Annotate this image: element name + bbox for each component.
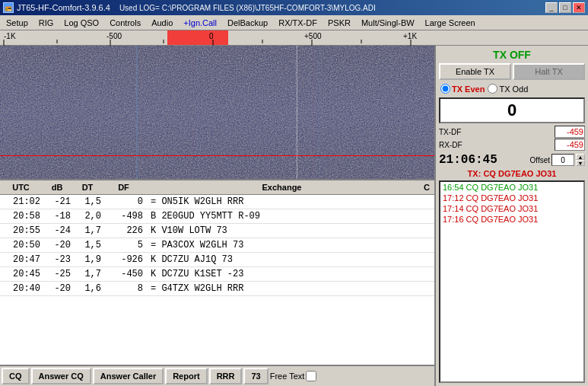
free-text-container: Free Text — [270, 371, 317, 381]
right-panel: TX OFF Enable TX Halt TX TX Even TX Odd … — [436, 46, 588, 386]
cell-utc: 20:47 — [0, 254, 42, 266]
col-dt: DT — [72, 182, 103, 193]
cell-df: -498 — [103, 210, 145, 222]
rrr-button[interactable]: RRR — [209, 368, 243, 384]
log-entry[interactable]: 17:12 CQ DG7EAO JO31 — [440, 193, 583, 203]
app-title: JT65-HF-Comfort-3.9.6.4 — [17, 3, 110, 12]
menu-controls[interactable]: Controls — [105, 16, 145, 30]
answer-cq-button[interactable]: Answer CQ — [31, 368, 91, 384]
cell-db: -20 — [42, 282, 72, 295]
rx-df-row: RX-DF — [439, 139, 585, 151]
menu-log-qso[interactable]: Log QSO — [59, 16, 103, 30]
menu-large-screen[interactable]: Large Screen — [421, 16, 480, 30]
tx-even-label: TX Even — [452, 85, 485, 94]
offset-input[interactable] — [551, 154, 574, 166]
offset-down[interactable]: ▼ — [576, 160, 585, 166]
cq-button[interactable]: CQ — [2, 368, 30, 384]
menu-pskr[interactable]: PSKR — [323, 16, 355, 30]
offset-spinner[interactable]: ▲ ▼ — [576, 154, 585, 166]
tx-odd-radio[interactable] — [488, 84, 497, 94]
cell-exchange: B 2E0GUD YY5MTT R-09 — [145, 210, 419, 222]
waterfall-vline — [297, 46, 297, 179]
menu-setup[interactable]: Setup — [2, 16, 33, 30]
cell-db: -24 — [42, 225, 72, 237]
tx-even-radio[interactable] — [440, 84, 450, 94]
tx-mode: TX Even TX Odd — [439, 82, 585, 95]
cell-exchange: K DC7ZU AJ1Q 73 — [145, 254, 419, 266]
table-row[interactable]: 20:50 -20 1,5 5 = PA3COX W2GLH 73 — [0, 238, 434, 253]
cell-dt: 1,9 — [72, 254, 103, 266]
waterfall — [0, 46, 434, 179]
menu-ign-call[interactable]: +Ign.Call — [179, 16, 221, 30]
ruler-ticks — [0, 40, 434, 46]
cell-dt: 1,6 — [72, 282, 103, 295]
cell-dt: 1,7 — [72, 225, 103, 237]
table-row[interactable]: 20:45 -25 1,7 -450 K DC7ZU K1SET -23 — [0, 267, 434, 282]
log-path: Used LOG= C:\PROGRAM FILES (X86)\JT65HF-… — [119, 4, 376, 12]
col-utc: UTC — [0, 182, 42, 193]
cell-dt: 2,0 — [72, 210, 103, 222]
tx-message: TX: CQ DG7EAO JO31 — [439, 169, 585, 178]
cell-dt: 1,5 — [72, 196, 103, 208]
cell-db: -18 — [42, 210, 72, 222]
menu-audio[interactable]: Audio — [147, 16, 177, 30]
tx-even-option[interactable]: TX Even — [440, 84, 485, 94]
rx-df-label: RX-DF — [439, 141, 462, 149]
cell-c — [419, 254, 434, 266]
cell-utc: 20:40 — [0, 282, 42, 295]
cell-exchange: K V10W LOTW 73 — [145, 225, 419, 237]
cell-exchange: = PA3COX W2GLH 73 — [145, 239, 419, 251]
table-row[interactable]: 20:47 -23 1,9 -926 K DC7ZU AJ1Q 73 — [0, 253, 434, 267]
title-bar-left: 📻 JT65-HF-Comfort-3.9.6.4 Used LOG= C:\P… — [3, 2, 376, 13]
73-button[interactable]: 73 — [243, 368, 268, 384]
cell-df: -926 — [103, 254, 145, 266]
log-entry[interactable]: 17:16 CQ DG7EAO JO31 — [440, 214, 583, 225]
tx-odd-option[interactable]: TX Odd — [488, 84, 528, 94]
title-bar: 📻 JT65-HF-Comfort-3.9.6.4 Used LOG= C:\P… — [0, 0, 588, 15]
table-row[interactable]: 21:02 -21 1,5 0 = ON5IK W2GLH RRR — [0, 195, 434, 209]
table-row[interactable]: 20:55 -24 1,7 226 K V10W LOTW 73 — [0, 224, 434, 238]
tx-df-row: TX-DF — [439, 126, 585, 138]
maximize-button[interactable]: □ — [559, 2, 571, 13]
menu-rx-tx-df[interactable]: RX/TX-DF — [274, 16, 322, 30]
rx-df-input[interactable] — [555, 139, 585, 151]
menu-rig[interactable]: RIG — [34, 16, 59, 30]
cell-c — [419, 282, 434, 295]
report-button[interactable]: Report — [165, 368, 207, 384]
free-text-checkbox[interactable] — [306, 371, 316, 381]
tx-df-input[interactable] — [555, 126, 585, 138]
decode-table[interactable]: UTC dB DT DF Exchange C 21:02 -21 1,5 0 … — [0, 179, 434, 365]
enable-tx-button[interactable]: Enable TX — [439, 63, 511, 80]
cell-utc: 20:50 — [0, 239, 42, 251]
tx-buttons: Enable TX Halt TX — [439, 63, 585, 80]
cell-df: 0 — [103, 196, 145, 208]
log-entry[interactable]: 16:54 CQ DG7EAO JO31 — [440, 182, 583, 193]
offset-up[interactable]: ▲ — [576, 154, 585, 160]
waterfall-svg — [0, 46, 434, 179]
decode-header: UTC dB DT DF Exchange C — [0, 180, 434, 195]
cell-db: -23 — [42, 254, 72, 266]
halt-tx-button[interactable]: Halt TX — [513, 63, 585, 80]
answer-caller-button[interactable]: Answer Caller — [93, 368, 164, 384]
cell-df: 8 — [103, 282, 145, 295]
log-entry[interactable]: 17:14 CQ DG7EAO JO31 — [440, 203, 583, 214]
menu-mult-singl-bw[interactable]: Mult/Singl-BW — [357, 16, 419, 30]
decode-rows: 21:02 -21 1,5 0 = ON5IK W2GLH RRR 20:58 … — [0, 195, 434, 296]
title-bar-controls[interactable]: _ □ ✕ — [545, 2, 585, 13]
table-row[interactable]: 20:58 -18 2,0 -498 B 2E0GUD YY5MTT R-09 — [0, 209, 434, 224]
cell-exchange: = ON5IK W2GLH RRR — [145, 196, 419, 208]
df-values: TX-DF RX-DF — [439, 126, 585, 151]
cell-c — [419, 225, 434, 237]
menu-del-backup[interactable]: DelBackup — [223, 16, 272, 30]
minimize-button[interactable]: _ — [545, 2, 558, 13]
cell-dt: 1,7 — [72, 268, 103, 280]
log-list[interactable]: 16:54 CQ DG7EAO JO3117:12 CQ DG7EAO JO31… — [439, 180, 585, 383]
tx-df-label: TX-DF — [439, 128, 461, 136]
cell-c — [419, 239, 434, 251]
close-button[interactable]: ✕ — [573, 2, 585, 13]
tx-odd-label: TX Odd — [499, 85, 528, 94]
table-row[interactable]: 20:40 -20 1,6 8 = G4TZX W2GLH RRR — [0, 282, 434, 296]
offset-row: Offset ▲ ▼ — [530, 154, 586, 166]
cell-db: -20 — [42, 239, 72, 251]
cell-utc: 20:58 — [0, 210, 42, 222]
